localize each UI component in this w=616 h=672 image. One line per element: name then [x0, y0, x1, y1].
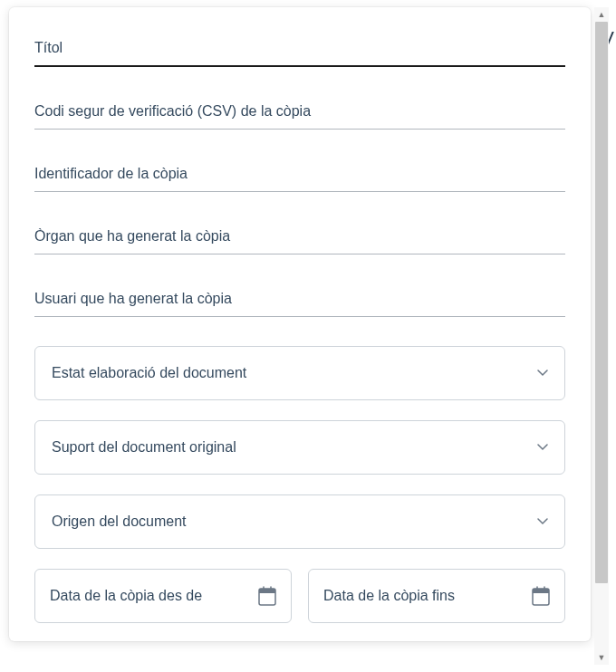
- calendar-icon: [532, 586, 550, 606]
- origen-select[interactable]: Origen del document: [34, 494, 565, 549]
- scrollbar[interactable]: ▲ ▼: [594, 7, 609, 665]
- csv-field-container: [34, 96, 565, 130]
- search-filter-panel: Estat elaboració del document Suport del…: [9, 7, 591, 641]
- scrollbar-track[interactable]: [595, 22, 608, 650]
- estat-select-label: Estat elaboració del document: [52, 365, 246, 381]
- suport-select[interactable]: Suport del document original: [34, 420, 565, 475]
- identifier-field-container: [34, 158, 565, 192]
- user-field-container: [34, 283, 565, 317]
- estat-select[interactable]: Estat elaboració del document: [34, 346, 565, 400]
- user-input[interactable]: [34, 283, 565, 317]
- suport-select-container: Suport del document original: [34, 420, 565, 475]
- title-field-container: [34, 33, 565, 67]
- chevron-down-icon: [537, 370, 548, 377]
- chevron-down-icon: [537, 444, 548, 451]
- date-to-field[interactable]: Data de la còpia fins: [308, 569, 565, 623]
- organ-field-container: [34, 221, 565, 254]
- origen-select-container: Origen del document: [34, 494, 565, 549]
- chevron-down-icon: [537, 518, 548, 525]
- title-input[interactable]: [34, 33, 565, 67]
- date-from-label: Data de la còpia des de: [50, 588, 202, 604]
- suport-select-label: Suport del document original: [52, 439, 236, 456]
- scrollbar-down-arrow-icon[interactable]: ▼: [594, 650, 609, 665]
- date-range-row: Data de la còpia des de Data de la còpia…: [34, 569, 565, 623]
- date-from-field[interactable]: Data de la còpia des de: [34, 569, 292, 623]
- identifier-input[interactable]: [34, 158, 565, 192]
- scrollbar-up-arrow-icon[interactable]: ▲: [594, 7, 609, 22]
- svg-rect-5: [533, 589, 549, 593]
- svg-rect-1: [259, 589, 275, 593]
- date-to-label: Data de la còpia fins: [323, 588, 455, 604]
- scrollbar-thumb[interactable]: [595, 22, 608, 583]
- organ-input[interactable]: [34, 221, 565, 254]
- origen-select-label: Origen del document: [52, 514, 187, 530]
- calendar-icon: [258, 586, 276, 606]
- csv-input[interactable]: [34, 96, 565, 130]
- estat-select-container: Estat elaboració del document: [34, 346, 565, 400]
